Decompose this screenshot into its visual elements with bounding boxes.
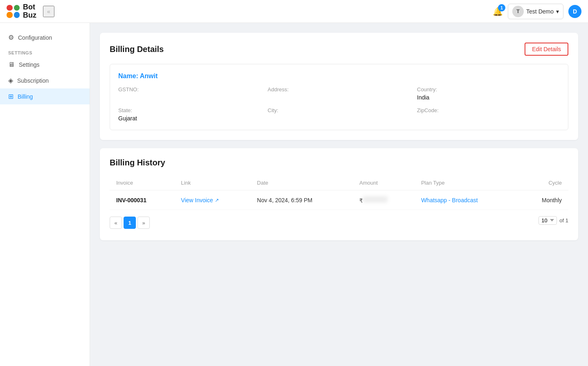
logo: Bot Buz [7,3,36,20]
address-label: Address: [268,86,410,93]
table-body: INV-000031 View Invoice ↗ Nov 4, 2024, 6… [110,190,568,210]
sidebar-item-settings[interactable]: 🖥 Settings [0,57,90,72]
pagination: « 1 » [110,210,150,230]
main-layout: ⚙ Configuration SETTINGS 🖥 Settings ◈ Su… [0,23,588,366]
pagination-right: 10 20 50 of 1 [538,216,568,225]
zipcode-label: ZipCode: [417,107,560,113]
notification-bell[interactable]: 🔔 1 [493,7,503,16]
country-field: Country: India [417,86,560,101]
external-link-icon: ↗ [215,197,219,203]
state-label: State: [118,107,261,113]
settings-section-label: SETTINGS [0,45,90,57]
col-amount: Amount [353,176,415,190]
notification-badge: 1 [498,4,505,11]
page-size-select[interactable]: 10 20 50 [538,216,557,225]
edit-details-button[interactable]: Edit Details [525,43,568,56]
sidebar: ⚙ Configuration SETTINGS 🖥 Settings ◈ Su… [0,23,90,366]
sidebar-item-billing[interactable]: ⊞ Billing [0,88,90,104]
view-invoice-link[interactable]: View Invoice ↗ [181,197,244,203]
invoice-cycle: Monthly [519,190,568,210]
logo-circle-blue [14,12,20,18]
dropdown-chevron-icon: ▾ [556,8,559,15]
billing-fields-grid: GSTNO: Address: Country: India State: Gu… [118,86,560,122]
billing-name: Name: Anwit [118,72,560,80]
logo-circle-red [7,5,13,11]
col-invoice: Invoice [110,176,174,190]
billing-info-section: Name: Anwit GSTNO: Address: Country: Ind… [110,64,568,130]
col-plan-type: Plan Type [415,176,519,190]
configuration-icon: ⚙ [8,34,14,41]
billing-details-card: Billing Details Edit Details Name: Anwit… [100,33,578,140]
city-label: City: [268,107,410,113]
billing-details-header: Billing Details Edit Details [110,43,568,56]
col-link: Link [174,176,250,190]
plan-type[interactable]: Whatsapp - Broadcast [421,197,478,203]
sidebar-label-configuration: Configuration [18,34,52,41]
subscription-icon: ◈ [8,77,13,84]
gst-field: GSTNO: [118,86,261,101]
logo-circle-orange [7,12,13,18]
gst-label: GSTNO: [118,86,261,93]
billing-history-card: Billing History Invoice Link Date Amount… [100,148,578,240]
billing-icon: ⊞ [8,93,14,100]
pagination-wrapper: « 1 » 10 20 50 of 1 [110,210,568,230]
table-row: INV-000031 View Invoice ↗ Nov 4, 2024, 6… [110,190,568,210]
billing-table-wrapper: Invoice Link Date Amount Plan Type Cycle… [110,176,568,210]
invoice-amount: ₹ [353,190,415,210]
sidebar-label-settings: Settings [19,61,40,68]
user-avatar-t: T [512,6,524,17]
pagination-prev-button[interactable]: « [110,217,122,229]
billing-history-title: Billing History [110,158,165,167]
logo-icon [7,5,20,18]
city-field: City: [268,107,410,122]
invoice-date: Nov 4, 2024, 6:59 PM [250,190,353,210]
country-label: Country: [417,86,560,93]
address-field: Address: [268,86,410,101]
header-right: 🔔 1 T Test Demo ▾ D [493,4,581,19]
sidebar-item-subscription[interactable]: ◈ Subscription [0,72,90,88]
pagination-next-button[interactable]: » [137,217,150,229]
sidebar-item-configuration[interactable]: ⚙ Configuration [0,29,90,45]
col-cycle: Cycle [519,176,568,190]
total-pages-label: of 1 [559,217,568,224]
billing-details-title: Billing Details [110,45,164,54]
zipcode-field: ZipCode: [417,107,560,122]
main-content: Billing Details Edit Details Name: Anwit… [90,23,588,366]
app-header: Bot Buz « 🔔 1 T Test Demo ▾ D [0,0,588,23]
state-field: State: Gujarat [118,107,261,122]
table-head: Invoice Link Date Amount Plan Type Cycle [110,176,568,190]
sidebar-label-billing: Billing [18,93,33,100]
invoice-id: INV-000031 [116,197,146,203]
user-avatar-d[interactable]: D [568,5,581,18]
settings-icon: 🖥 [8,61,15,68]
billing-history-header: Billing History [110,158,568,167]
header-left: Bot Buz « [7,3,54,20]
logo-circle-green [14,5,20,11]
pagination-page-1-button[interactable]: 1 [124,217,136,229]
user-menu-button[interactable]: T Test Demo ▾ [508,4,563,19]
logo-text: Bot Buz [23,3,36,20]
country-value: India [417,94,560,101]
col-date: Date [250,176,353,190]
table-header-row: Invoice Link Date Amount Plan Type Cycle [110,176,568,190]
sidebar-label-subscription: Subscription [17,77,49,84]
sidebar-collapse-button[interactable]: « [43,6,54,17]
user-name-label: Test Demo [526,8,554,15]
billing-history-table: Invoice Link Date Amount Plan Type Cycle… [110,176,568,210]
state-value: Gujarat [118,115,261,122]
